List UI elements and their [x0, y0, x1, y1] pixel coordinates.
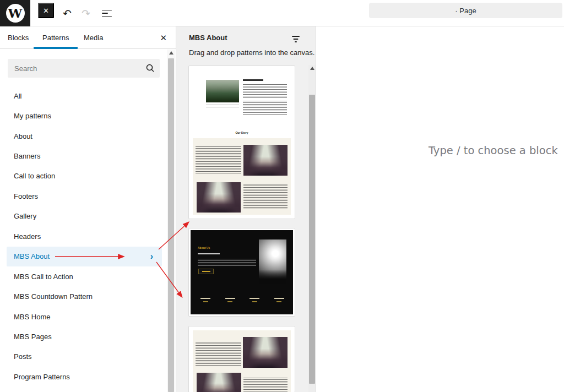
preview-dark-section: About Us — [191, 230, 293, 314]
empty-block-placeholder[interactable]: Type / to choose a block — [429, 144, 558, 157]
preview-cream-section — [193, 138, 291, 215]
category-label: MBS Home — [14, 313, 50, 321]
category-label: Call to action — [14, 172, 55, 180]
preview-canyon-image — [197, 182, 241, 213]
tab-patterns[interactable]: Patterns — [42, 26, 69, 49]
pattern-preview-card-1[interactable]: Our Story — [189, 66, 295, 219]
preview-stat — [274, 298, 284, 302]
category-label: Program Patterns — [14, 373, 70, 381]
wordpress-logo-icon[interactable]: W — [0, 0, 30, 26]
category-label: MBS About — [14, 252, 50, 260]
pattern-category-list: All My patterns About Banners Call to ac… — [0, 86, 167, 387]
filter-icon[interactable] — [291, 35, 300, 43]
search-input[interactable] — [8, 64, 141, 73]
wordpress-logo-ring: W — [6, 4, 25, 23]
category-mbs-about[interactable]: MBS About › — [7, 247, 162, 266]
preview-caption-text — [206, 105, 239, 109]
patterns-panel-title: MBS About — [189, 34, 227, 42]
preview-stat — [200, 298, 210, 302]
category-my-patterns[interactable]: My patterns — [0, 106, 167, 126]
redo-icon: ↷ — [77, 0, 95, 26]
preview-cream-section — [193, 330, 291, 392]
tab-media[interactable]: Media — [84, 26, 103, 49]
block-inserter-toggle-button[interactable]: ✕ — [38, 3, 54, 18]
document-title-bar[interactable]: · Page — [369, 3, 562, 18]
editor-topbar: W ✕ ↶ ↷ · Page — [0, 0, 564, 26]
preview-paragraph — [243, 84, 287, 98]
category-label: About — [14, 132, 32, 140]
category-label: Posts — [14, 352, 32, 361]
preview-canyon-image — [243, 145, 288, 176]
scroll-up-arrow-icon[interactable] — [169, 51, 173, 55]
preview-stat — [250, 298, 259, 302]
pattern-preview-card-3[interactable] — [189, 326, 295, 392]
category-all[interactable]: All — [0, 86, 167, 106]
scroll-up-arrow-icon[interactable] — [310, 67, 314, 70]
category-label: MBS Countdown Pattern — [14, 292, 93, 301]
close-icon[interactable]: ✕ — [160, 26, 167, 49]
category-gallery[interactable]: Gallery — [0, 206, 167, 226]
preview-forest-image — [206, 80, 239, 102]
category-mbs-countdown-pattern[interactable]: MBS Countdown Pattern — [0, 286, 167, 306]
preview-paragraph — [196, 146, 241, 174]
list-view-icon[interactable] — [99, 0, 115, 26]
category-program-patterns[interactable]: Program Patterns — [0, 367, 167, 386]
sidebar-scrollbar[interactable] — [167, 50, 175, 392]
category-label: Gallery — [14, 212, 36, 220]
inserter-tabs: Blocks Patterns Media ✕ — [0, 26, 176, 49]
preview-button — [198, 269, 214, 274]
preview-story-heading: Our Story — [189, 131, 295, 134]
category-banners[interactable]: Banners — [0, 146, 167, 166]
category-label: MBS Pages — [14, 333, 52, 341]
category-call-to-action[interactable]: Call to action — [0, 166, 167, 186]
preview-canyon-image — [197, 373, 241, 392]
category-label: MBS Call to Action — [14, 273, 73, 281]
preview-stats-row — [200, 298, 284, 302]
undo-icon[interactable]: ↶ — [58, 0, 76, 26]
category-posts[interactable]: Posts — [0, 347, 167, 367]
patterns-scrollbar[interactable] — [308, 65, 316, 392]
preview-canyon-image — [243, 337, 288, 368]
search-icon — [141, 59, 160, 78]
inserter-sidebar: Blocks Patterns Media ✕ All My patterns … — [0, 26, 176, 392]
active-tab-indicator — [34, 47, 78, 49]
category-label: My patterns — [14, 112, 51, 120]
category-mbs-pages[interactable]: MBS Pages — [0, 326, 167, 346]
category-label: Banners — [14, 152, 40, 160]
preview-paragraph — [198, 259, 256, 267]
wordpress-editor: W ✕ ↶ ↷ · Page Blocks Patterns Media ✕ A… — [0, 0, 564, 392]
category-headers[interactable]: Headers — [0, 226, 167, 246]
preview-paragraph — [243, 101, 287, 115]
sidebar-scrollbar-thumb[interactable] — [168, 58, 174, 392]
pattern-preview-card-2[interactable]: About Us — [189, 228, 295, 316]
preview-stat — [225, 298, 235, 302]
patterns-panel: MBS About Drag and drop patterns into th… — [176, 26, 316, 392]
preview-paragraph — [243, 184, 288, 210]
category-label: Headers — [14, 232, 41, 241]
category-label: All — [14, 92, 21, 100]
preview-subheading-bar — [198, 253, 220, 254]
preview-heading-bar — [243, 79, 263, 81]
category-mbs-call-to-action[interactable]: MBS Call to Action — [0, 266, 167, 286]
preview-button-label-bar — [202, 271, 210, 272]
wordpress-logo-letter: W — [8, 7, 23, 19]
search-box — [8, 59, 160, 78]
category-about[interactable]: About — [0, 126, 167, 146]
category-label: Footers — [14, 192, 38, 200]
preview-sunforest-image — [259, 239, 286, 284]
editor-canvas[interactable]: Type / to choose a block — [317, 27, 564, 392]
chevron-right-icon[interactable]: › — [150, 252, 153, 261]
patterns-scrollbar-thumb[interactable] — [309, 95, 315, 384]
category-footers[interactable]: Footers — [0, 186, 167, 206]
preview-paragraph — [196, 342, 241, 367]
category-mbs-home[interactable]: MBS Home — [0, 307, 167, 326]
patterns-panel-hint: Drag and drop patterns into the canvas. — [189, 48, 314, 57]
preview-paragraph — [243, 378, 288, 392]
preview-about-heading: About Us — [198, 246, 210, 249]
tab-blocks[interactable]: Blocks — [8, 26, 29, 49]
